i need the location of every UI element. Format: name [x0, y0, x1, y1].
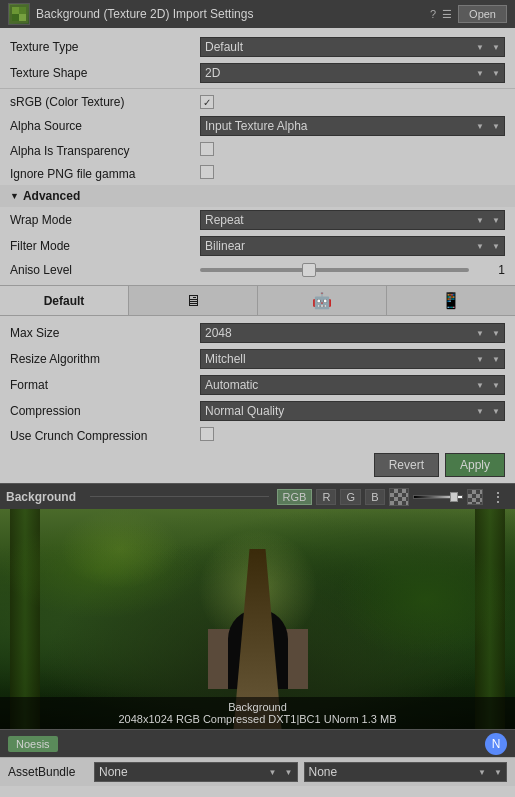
assetbundle-name-dropdown[interactable]: None ▼	[94, 762, 298, 782]
open-button[interactable]: Open	[458, 5, 507, 23]
max-size-row: Max Size 2048 ▼	[0, 320, 515, 346]
preview-area: Background RGB R G B ⋮ Background 2048x1…	[0, 483, 515, 729]
aniso-level-value: 1	[200, 263, 505, 277]
chevron-down-icon: ▼	[476, 329, 484, 338]
crunch-compression-value	[200, 427, 505, 444]
svg-rect-2	[19, 7, 26, 14]
alpha-is-transparency-row: Alpha Is Transparency	[0, 139, 515, 162]
tab-default-label: Default	[44, 294, 85, 308]
preview-info: 2048x1024 RGB Compressed DXT1|BC1 UNorm …	[4, 713, 511, 725]
channel-g-button[interactable]: G	[340, 489, 361, 505]
format-value: Automatic ▼	[200, 375, 505, 395]
channel-r-button[interactable]: R	[316, 489, 336, 505]
compression-dropdown[interactable]: Normal Quality ▼	[200, 401, 505, 421]
tab-default[interactable]: Default	[0, 286, 129, 315]
alpha-source-row: Alpha Source Input Texture Alpha ▼	[0, 113, 515, 139]
advanced-section-header[interactable]: ▼ Advanced	[0, 185, 515, 207]
wrap-mode-value: Repeat ▼	[200, 210, 505, 230]
resize-algorithm-value: Mitchell ▼	[200, 349, 505, 369]
max-size-value: 2048 ▼	[200, 323, 505, 343]
aniso-level-slider[interactable]	[200, 268, 469, 272]
window-title: Background (Texture 2D) Import Settings	[36, 7, 253, 21]
assetbundle-label: AssetBundle	[8, 765, 88, 779]
texture-type-value: Default ▼	[200, 37, 505, 57]
alpha-source-value: Input Texture Alpha ▼	[200, 116, 505, 136]
preview-title: Background	[6, 490, 76, 504]
chevron-down-icon: ▼	[269, 768, 277, 777]
chevron-down-icon: ▼	[476, 69, 484, 78]
chevron-down-icon: ▼	[476, 242, 484, 251]
srgb-checkbox[interactable]	[200, 95, 214, 109]
aniso-level-label: Aniso Level	[10, 263, 200, 277]
ignore-png-gamma-label: Ignore PNG file gamma	[10, 167, 200, 181]
filter-mode-label: Filter Mode	[10, 239, 200, 253]
channel-b-button[interactable]: B	[365, 489, 385, 505]
chevron-down-icon: ▼	[476, 381, 484, 390]
title-bar-right: ? ☰ Open	[430, 5, 507, 23]
texture-type-dropdown[interactable]: Default ▼	[200, 37, 505, 57]
help-icon[interactable]: ?	[430, 8, 436, 20]
title-bar-left: Background (Texture 2D) Import Settings	[8, 3, 253, 25]
aniso-level-number: 1	[475, 263, 505, 277]
texture-type-label: Texture Type	[10, 40, 200, 54]
alpha-is-transparency-checkbox[interactable]	[200, 142, 214, 156]
filter-mode-dropdown[interactable]: Bilinear ▼	[200, 236, 505, 256]
svg-rect-1	[12, 7, 19, 14]
advanced-label: Advanced	[23, 189, 80, 203]
alpha-is-transparency-label: Alpha Is Transparency	[10, 144, 200, 158]
noesis-link-icon[interactable]: N	[485, 733, 507, 755]
wrap-mode-dropdown[interactable]: Repeat ▼	[200, 210, 505, 230]
ignore-png-gamma-checkbox[interactable]	[200, 165, 214, 179]
revert-button[interactable]: Revert	[374, 453, 439, 477]
advanced-arrow-icon: ▼	[10, 191, 19, 201]
srgb-label: sRGB (Color Texture)	[10, 95, 200, 109]
checkerboard-button[interactable]	[467, 489, 483, 505]
chevron-down-icon: ▼	[476, 216, 484, 225]
chevron-down-icon: ▼	[476, 407, 484, 416]
wrap-mode-label: Wrap Mode	[10, 213, 200, 227]
android-icon: 🤖	[312, 291, 332, 310]
texture-type-row: Texture Type Default ▼	[0, 34, 515, 60]
alpha-source-dropdown[interactable]: Input Texture Alpha ▼	[200, 116, 505, 136]
alpha-source-label: Alpha Source	[10, 119, 200, 133]
format-row: Format Automatic ▼	[0, 372, 515, 398]
resize-algorithm-dropdown[interactable]: Mitchell ▼	[200, 349, 505, 369]
filter-mode-value: Bilinear ▼	[200, 236, 505, 256]
monitor-icon: 🖥	[185, 292, 201, 310]
crunch-compression-checkbox[interactable]	[200, 427, 214, 441]
ignore-png-gamma-value	[200, 165, 505, 182]
assetbundle-row: AssetBundle None ▼ None ▼	[0, 757, 515, 786]
max-size-label: Max Size	[10, 326, 200, 340]
assetbundle-variant-dropdown[interactable]: None ▼	[304, 762, 508, 782]
platform-tabs: Default 🖥 🤖 📱	[0, 285, 515, 316]
compression-row: Compression Normal Quality ▼	[0, 398, 515, 424]
exposure-slider[interactable]	[413, 495, 463, 499]
more-options-icon[interactable]: ⋮	[487, 489, 509, 505]
tab-ios[interactable]: 📱	[387, 286, 515, 315]
compression-value: Normal Quality ▼	[200, 401, 505, 421]
tab-android[interactable]: 🤖	[258, 286, 387, 315]
title-bar: Background (Texture 2D) Import Settings …	[0, 0, 515, 28]
resize-algorithm-row: Resize Algorithm Mitchell ▼	[0, 346, 515, 372]
tab-standalone[interactable]: 🖥	[129, 286, 258, 315]
alpha-channel-button[interactable]	[389, 488, 409, 506]
chevron-down-icon: ▼	[476, 43, 484, 52]
apply-button[interactable]: Apply	[445, 453, 505, 477]
crunch-compression-row: Use Crunch Compression	[0, 424, 515, 447]
settings-icon[interactable]: ☰	[442, 8, 452, 21]
texture-shape-dropdown[interactable]: 2D ▼	[200, 63, 505, 83]
crunch-compression-label: Use Crunch Compression	[10, 429, 200, 443]
compression-label: Compression	[10, 404, 200, 418]
ignore-png-gamma-row: Ignore PNG file gamma	[0, 162, 515, 185]
texture-shape-value: 2D ▼	[200, 63, 505, 83]
format-dropdown[interactable]: Automatic ▼	[200, 375, 505, 395]
aniso-level-row: Aniso Level 1	[0, 259, 515, 281]
max-size-dropdown[interactable]: 2048 ▼	[200, 323, 505, 343]
texture-shape-label: Texture Shape	[10, 66, 200, 80]
bottom-bar: Noesis N	[0, 729, 515, 757]
noesis-badge[interactable]: Noesis	[8, 736, 58, 752]
filter-mode-row: Filter Mode Bilinear ▼	[0, 233, 515, 259]
toolbar-separator	[90, 496, 269, 497]
action-buttons: Revert Apply	[0, 447, 515, 483]
channel-rgb-button[interactable]: RGB	[277, 489, 313, 505]
